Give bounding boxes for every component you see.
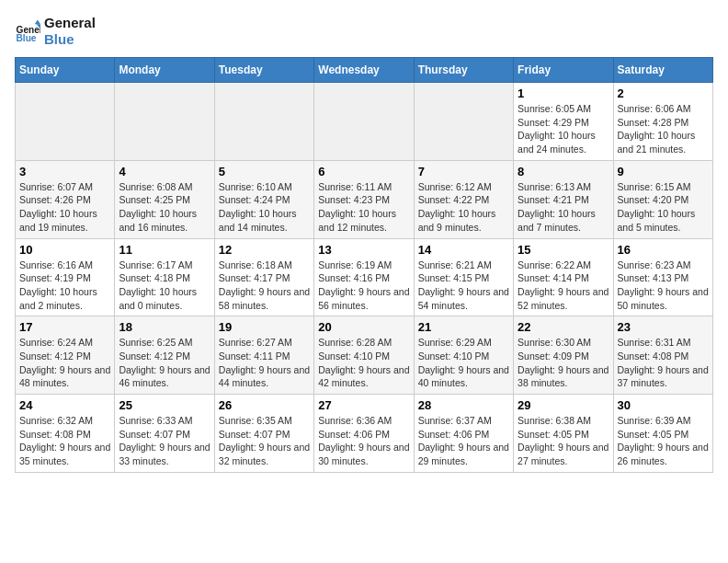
day-number: 19 [219, 320, 310, 334]
day-number: 12 [219, 243, 310, 257]
day-number: 17 [19, 320, 110, 334]
day-number: 20 [318, 320, 409, 334]
day-cell [115, 83, 214, 161]
day-info: Sunrise: 6:21 AMSunset: 4:15 PMDaylight:… [418, 259, 509, 313]
day-cell: 16Sunrise: 6:23 AMSunset: 4:13 PMDayligh… [613, 238, 712, 316]
day-number: 27 [318, 398, 409, 412]
day-info: Sunrise: 6:10 AMSunset: 4:24 PMDaylight:… [219, 180, 310, 235]
day-number: 24 [19, 398, 110, 412]
col-header-sunday: Sunday [16, 58, 115, 83]
day-cell: 30Sunrise: 6:39 AMSunset: 4:05 PMDayligh… [613, 395, 712, 473]
week-row-4: 24Sunrise: 6:32 AMSunset: 4:08 PMDayligh… [16, 395, 713, 473]
day-info: Sunrise: 6:30 AMSunset: 4:09 PMDaylight:… [518, 336, 609, 390]
day-number: 16 [618, 243, 709, 257]
week-row-2: 10Sunrise: 6:16 AMSunset: 4:19 PMDayligh… [16, 238, 713, 316]
day-info: Sunrise: 6:39 AMSunset: 4:05 PMDaylight:… [618, 414, 709, 468]
day-cell: 29Sunrise: 6:38 AMSunset: 4:05 PMDayligh… [514, 395, 613, 473]
svg-marker-2 [35, 20, 40, 25]
header: General Blue General Blue [15, 15, 713, 48]
day-info: Sunrise: 6:12 AMSunset: 4:22 PMDaylight:… [418, 180, 509, 235]
day-cell: 14Sunrise: 6:21 AMSunset: 4:15 PMDayligh… [414, 238, 513, 316]
day-cell: 6Sunrise: 6:11 AMSunset: 4:23 PMDaylight… [314, 160, 414, 238]
day-info: Sunrise: 6:36 AMSunset: 4:06 PMDaylight:… [318, 414, 409, 468]
day-info: Sunrise: 6:05 AMSunset: 4:29 PMDaylight:… [518, 102, 609, 156]
day-info: Sunrise: 6:11 AMSunset: 4:23 PMDaylight:… [318, 180, 409, 235]
col-header-monday: Monday [115, 58, 214, 83]
col-header-saturday: Saturday [613, 58, 712, 83]
day-number: 18 [119, 320, 210, 334]
day-info: Sunrise: 6:16 AMSunset: 4:19 PMDaylight:… [19, 259, 110, 313]
day-cell: 11Sunrise: 6:17 AMSunset: 4:18 PMDayligh… [115, 238, 214, 316]
day-cell: 12Sunrise: 6:18 AMSunset: 4:17 PMDayligh… [214, 238, 313, 316]
day-info: Sunrise: 6:23 AMSunset: 4:13 PMDaylight:… [618, 259, 709, 313]
day-info: Sunrise: 6:24 AMSunset: 4:12 PMDaylight:… [19, 336, 110, 390]
day-info: Sunrise: 6:19 AMSunset: 4:16 PMDaylight:… [318, 259, 409, 313]
day-number: 30 [618, 398, 709, 412]
day-number: 6 [318, 165, 409, 178]
day-number: 8 [518, 165, 609, 178]
day-info: Sunrise: 6:17 AMSunset: 4:18 PMDaylight:… [119, 259, 210, 313]
day-cell [16, 83, 115, 161]
day-cell [214, 83, 313, 161]
day-info: Sunrise: 6:15 AMSunset: 4:20 PMDaylight:… [618, 180, 709, 235]
day-cell: 19Sunrise: 6:27 AMSunset: 4:11 PMDayligh… [214, 316, 313, 395]
day-info: Sunrise: 6:28 AMSunset: 4:10 PMDaylight:… [318, 336, 409, 390]
col-header-tuesday: Tuesday [214, 58, 313, 83]
day-info: Sunrise: 6:08 AMSunset: 4:25 PMDaylight:… [119, 180, 210, 235]
day-info: Sunrise: 6:33 AMSunset: 4:07 PMDaylight:… [119, 414, 210, 468]
day-number: 15 [518, 243, 609, 257]
day-number: 13 [318, 243, 409, 257]
day-info: Sunrise: 6:25 AMSunset: 4:12 PMDaylight:… [119, 336, 210, 390]
day-number: 4 [119, 165, 210, 178]
day-info: Sunrise: 6:27 AMSunset: 4:11 PMDaylight:… [219, 336, 310, 390]
day-cell: 13Sunrise: 6:19 AMSunset: 4:16 PMDayligh… [314, 238, 414, 316]
day-number: 25 [119, 398, 210, 412]
day-number: 21 [418, 320, 509, 334]
day-cell: 20Sunrise: 6:28 AMSunset: 4:10 PMDayligh… [314, 316, 414, 395]
day-cell: 22Sunrise: 6:30 AMSunset: 4:09 PMDayligh… [514, 316, 613, 395]
day-cell [314, 83, 414, 161]
day-info: Sunrise: 6:35 AMSunset: 4:07 PMDaylight:… [219, 414, 310, 468]
day-number: 14 [418, 243, 509, 257]
day-cell: 24Sunrise: 6:32 AMSunset: 4:08 PMDayligh… [16, 395, 115, 473]
day-cell: 23Sunrise: 6:31 AMSunset: 4:08 PMDayligh… [613, 316, 712, 395]
week-row-3: 17Sunrise: 6:24 AMSunset: 4:12 PMDayligh… [16, 316, 713, 395]
day-cell: 4Sunrise: 6:08 AMSunset: 4:25 PMDaylight… [115, 160, 214, 238]
day-number: 2 [618, 86, 709, 100]
day-cell: 15Sunrise: 6:22 AMSunset: 4:14 PMDayligh… [514, 238, 613, 316]
day-cell: 10Sunrise: 6:16 AMSunset: 4:19 PMDayligh… [16, 238, 115, 316]
day-cell: 25Sunrise: 6:33 AMSunset: 4:07 PMDayligh… [115, 395, 214, 473]
logo: General Blue General Blue [15, 15, 96, 48]
day-cell [414, 83, 513, 161]
day-info: Sunrise: 6:06 AMSunset: 4:28 PMDaylight:… [618, 102, 709, 156]
day-cell: 8Sunrise: 6:13 AMSunset: 4:21 PMDaylight… [514, 160, 613, 238]
day-number: 26 [219, 398, 310, 412]
calendar: SundayMondayTuesdayWednesdayThursdayFrid… [15, 57, 713, 473]
day-number: 23 [618, 320, 709, 334]
day-number: 22 [518, 320, 609, 334]
day-cell: 9Sunrise: 6:15 AMSunset: 4:20 PMDaylight… [613, 160, 712, 238]
day-number: 11 [119, 243, 210, 257]
header-row: SundayMondayTuesdayWednesdayThursdayFrid… [16, 58, 713, 83]
day-cell: 21Sunrise: 6:29 AMSunset: 4:10 PMDayligh… [414, 316, 513, 395]
day-number: 29 [518, 398, 609, 412]
svg-text:Blue: Blue [17, 33, 37, 43]
day-cell: 17Sunrise: 6:24 AMSunset: 4:12 PMDayligh… [16, 316, 115, 395]
col-header-thursday: Thursday [414, 58, 513, 83]
day-cell: 27Sunrise: 6:36 AMSunset: 4:06 PMDayligh… [314, 395, 414, 473]
day-number: 28 [418, 398, 509, 412]
day-cell: 5Sunrise: 6:10 AMSunset: 4:24 PMDaylight… [214, 160, 313, 238]
day-info: Sunrise: 6:29 AMSunset: 4:10 PMDaylight:… [418, 336, 509, 390]
day-number: 7 [418, 165, 509, 178]
day-cell: 26Sunrise: 6:35 AMSunset: 4:07 PMDayligh… [214, 395, 313, 473]
day-info: Sunrise: 6:31 AMSunset: 4:08 PMDaylight:… [618, 336, 709, 390]
day-cell: 28Sunrise: 6:37 AMSunset: 4:06 PMDayligh… [414, 395, 513, 473]
day-cell: 2Sunrise: 6:06 AMSunset: 4:28 PMDaylight… [613, 83, 712, 161]
day-cell: 18Sunrise: 6:25 AMSunset: 4:12 PMDayligh… [115, 316, 214, 395]
day-info: Sunrise: 6:22 AMSunset: 4:14 PMDaylight:… [518, 259, 609, 313]
day-info: Sunrise: 6:07 AMSunset: 4:26 PMDaylight:… [19, 180, 110, 235]
col-header-wednesday: Wednesday [314, 58, 414, 83]
col-header-friday: Friday [514, 58, 613, 83]
day-info: Sunrise: 6:38 AMSunset: 4:05 PMDaylight:… [518, 414, 609, 468]
logo-blue: Blue [44, 31, 96, 48]
